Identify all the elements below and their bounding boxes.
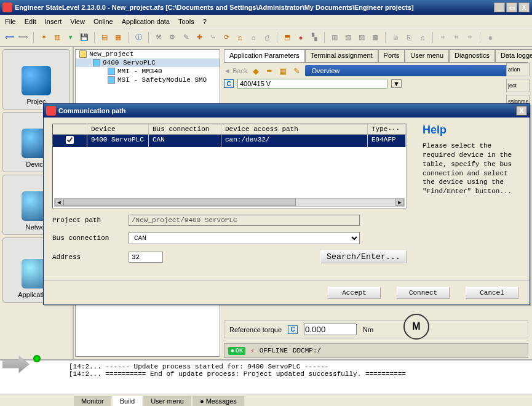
- tree-node-msi[interactable]: MSI - SafetyModule SMO: [76, 76, 220, 84]
- tool9-icon[interactable]: ⎙: [262, 33, 272, 42]
- restore-button[interactable]: ▭: [506, 2, 517, 12]
- tree-node-servo[interactable]: 9400 ServoPLC: [76, 58, 220, 67]
- col-type[interactable]: Type···: [368, 124, 406, 134]
- menu-insert[interactable]: Insert: [45, 18, 62, 25]
- reference-torque-input[interactable]: [304, 324, 357, 335]
- menu-appdata[interactable]: Application data: [122, 18, 170, 25]
- communication-path-dialog: Communication path X Device Bus connecti…: [43, 103, 530, 305]
- nav-back[interactable]: ◄ Back: [224, 67, 247, 74]
- tool20-icon[interactable]: ⌗: [438, 33, 448, 42]
- tab-app-parameters[interactable]: Application Parameters: [224, 49, 305, 62]
- scroll-left-icon[interactable]: ◄: [55, 199, 63, 206]
- tree-root[interactable]: New_project: [76, 50, 220, 58]
- tab-user-menu[interactable]: User menu: [405, 49, 449, 62]
- scroll-right-icon[interactable]: ►: [395, 199, 404, 206]
- status-bar: ● OK ⚡ OFFLINE DDCMP:/: [224, 343, 528, 358]
- address-input[interactable]: [129, 252, 163, 263]
- tool3-icon[interactable]: ✎: [181, 33, 191, 42]
- search-enter-button[interactable]: Search/Enter...: [320, 250, 407, 263]
- menu-edit[interactable]: Edit: [25, 18, 36, 25]
- reference-torque-row: Reference torque C Nm M: [224, 320, 528, 338]
- fwd-icon[interactable]: ⟹: [18, 33, 28, 42]
- tool14-icon[interactable]: ▧: [343, 33, 353, 42]
- save-icon[interactable]: 💾: [79, 33, 89, 42]
- table-row[interactable]: 9400 ServoPLC CAN can:/dev32/ E94AFP: [53, 135, 406, 147]
- table-header: Device Bus connection Device access path…: [53, 124, 406, 135]
- dropdown-arrow-icon[interactable]: ▼: [391, 79, 402, 88]
- left-nav-project[interactable]: Projec: [2, 49, 70, 109]
- tool15-icon[interactable]: ▨: [357, 33, 367, 42]
- menu-online[interactable]: Online: [93, 18, 113, 25]
- device-table[interactable]: Device Bus connection Device access path…: [52, 124, 407, 209]
- reference-torque-unit: Nm: [363, 326, 373, 333]
- bottom-tab-usermenu[interactable]: User menu: [143, 396, 191, 406]
- help-heading: Help: [423, 124, 522, 137]
- status-ok-badge: ● OK: [228, 347, 245, 355]
- output-console[interactable]: [14:2... ------ Update process started f…: [0, 359, 532, 394]
- bottom-tab-messages[interactable]: ● Messages: [193, 396, 244, 406]
- c-badge-icon: C: [288, 325, 298, 334]
- info-icon[interactable]: ⓘ: [133, 33, 143, 42]
- menu-view[interactable]: View: [70, 18, 85, 25]
- connect-button[interactable]: Connect: [397, 287, 450, 299]
- overview-header: Overview: [305, 65, 528, 76]
- back-icon[interactable]: ⟸: [5, 33, 15, 42]
- col-device[interactable]: Device: [87, 124, 149, 134]
- minimize-button[interactable]: _: [494, 2, 505, 12]
- nav-plus-icon[interactable]: ▦: [278, 66, 288, 76]
- dialog-close-button[interactable]: X: [516, 106, 527, 116]
- menu-tools[interactable]: Tools: [178, 18, 194, 25]
- dialog-app-icon: [46, 106, 56, 116]
- tool4-icon[interactable]: ✚: [194, 33, 204, 42]
- col-access[interactable]: Device access path: [221, 124, 368, 134]
- tool10-icon[interactable]: ⬒: [282, 33, 292, 42]
- tool8-icon[interactable]: ⌂: [248, 33, 258, 42]
- bus-connection-select[interactable]: CAN: [129, 232, 360, 244]
- nav-note-icon[interactable]: ✎: [292, 66, 301, 76]
- bottom-tab-build[interactable]: Build: [113, 396, 142, 406]
- tab-terminal-assignment[interactable]: Terminal assignment: [305, 49, 378, 62]
- tree-node-mmi[interactable]: MMI - MM340: [76, 67, 220, 76]
- table-h-scrollbar[interactable]: ◄ ►: [54, 198, 405, 207]
- side-btn-ject[interactable]: ject: [506, 79, 530, 92]
- tool7-icon[interactable]: ⎌: [235, 33, 245, 42]
- tool2-icon[interactable]: ⚙: [167, 33, 177, 42]
- paste-icon[interactable]: ▦: [113, 33, 123, 42]
- bus-connection-label: Bus connection: [52, 234, 129, 242]
- open-icon[interactable]: ▥: [52, 33, 62, 42]
- tool23-icon[interactable]: ⎈: [485, 33, 495, 42]
- voltage-select[interactable]: [237, 79, 387, 89]
- tool11-icon[interactable]: ●: [296, 33, 306, 42]
- accept-button[interactable]: Accept: [328, 287, 381, 299]
- scroll-thumb[interactable]: [63, 199, 296, 206]
- device-icon: [93, 59, 100, 66]
- tool6-icon[interactable]: ⟳: [221, 33, 231, 42]
- cancel-button[interactable]: Cancel: [466, 287, 518, 299]
- tool5-icon[interactable]: ⤷: [208, 33, 218, 42]
- tab-ports[interactable]: Ports: [378, 49, 405, 62]
- tool18-icon[interactable]: ⎘: [404, 33, 414, 42]
- row-checkbox[interactable]: [66, 136, 74, 144]
- dropdown-icon[interactable]: ▾: [66, 33, 76, 42]
- new-icon[interactable]: ✶: [39, 33, 49, 42]
- tool13-icon[interactable]: ▥: [330, 33, 339, 42]
- tool19-icon[interactable]: ⎌: [418, 33, 427, 42]
- window-title: Engineer StateLevel 2.13.0.0 - New_proje…: [15, 4, 494, 11]
- menu-help[interactable]: ?: [203, 18, 207, 25]
- tool1-icon[interactable]: ⚒: [154, 33, 164, 42]
- nav-diamond-icon[interactable]: ◆: [251, 66, 261, 76]
- bottom-tab-monitor[interactable]: Monitor: [74, 396, 111, 406]
- tool12-icon[interactable]: ▚: [309, 33, 319, 42]
- tab-diagnostics[interactable]: Diagnostics: [449, 49, 495, 62]
- tool17-icon[interactable]: ⎚: [391, 33, 400, 42]
- menu-file[interactable]: File: [5, 18, 16, 25]
- tool16-icon[interactable]: ▩: [370, 33, 380, 42]
- copy-icon[interactable]: ▤: [100, 33, 109, 42]
- side-btn-ation[interactable]: ation: [506, 63, 530, 76]
- tab-data-logger[interactable]: Data logger: [495, 49, 532, 62]
- tool21-icon[interactable]: ⌗: [451, 33, 461, 42]
- col-bus[interactable]: Bus connection: [149, 124, 221, 134]
- close-button[interactable]: X: [518, 2, 530, 12]
- nav-pin-icon[interactable]: ✒: [264, 66, 274, 76]
- tool22-icon[interactable]: ⌗: [465, 33, 475, 42]
